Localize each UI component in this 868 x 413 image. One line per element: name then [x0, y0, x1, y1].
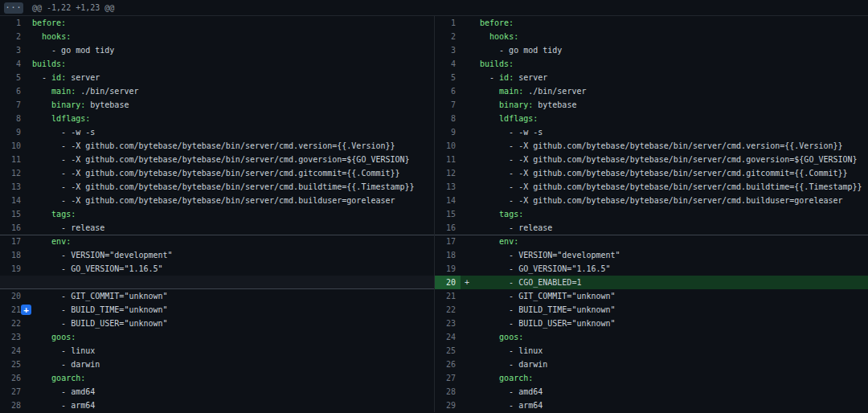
line-number-new[interactable]: 29 — [435, 399, 461, 412]
left-diff-row: 24 - linux — [0, 344, 434, 358]
line-number-old[interactable]: 1 — [0, 16, 26, 30]
code-line: goarch: — [473, 371, 868, 385]
diff-add-marker — [461, 289, 473, 303]
left-diff-row: 28 - arm64 — [0, 399, 434, 412]
line-number-old[interactable]: 10 — [0, 139, 26, 153]
line-number-new[interactable]: 21 — [435, 289, 461, 303]
line-number-new[interactable]: 5 — [435, 71, 461, 84]
right-diff-row: 26 - darwin — [435, 358, 868, 371]
hunk-range-text: @@ -1,22 +1,23 @@ — [32, 3, 114, 12]
line-number-new[interactable]: 1 — [435, 16, 461, 30]
code-line: - arm64 — [26, 399, 434, 412]
line-number-old[interactable]: 5 — [0, 71, 26, 84]
code-token: - release — [32, 223, 104, 232]
diff-add-marker — [461, 207, 473, 221]
line-number-old[interactable]: 25 — [0, 358, 26, 371]
code-token: - VERSION="development" — [32, 251, 173, 260]
line-number-old[interactable]: 19 — [0, 262, 26, 276]
line-number-old[interactable]: 20 — [0, 289, 26, 303]
code-line: - GO_VERSION="1.16.5" — [473, 262, 868, 276]
code-token: server — [514, 73, 547, 82]
line-number-old[interactable]: 11 — [0, 153, 26, 166]
line-number-new[interactable]: 13 — [435, 180, 461, 194]
code-token: binary: — [499, 100, 533, 109]
line-number-new[interactable]: 17 — [435, 235, 461, 248]
code-token: - BUILD_TIME="unknown" — [480, 305, 616, 314]
right-diff-row: 2 hooks: — [435, 30, 868, 43]
line-number-new[interactable]: 11 — [435, 153, 461, 166]
line-number-old[interactable]: 17 — [0, 235, 26, 248]
line-number-new[interactable]: 16 — [435, 221, 461, 235]
left-diff-row: 5 - id: server — [0, 71, 434, 84]
code-line: - VERSION="development" — [473, 248, 868, 262]
line-number-old[interactable]: 26 — [0, 371, 26, 385]
line-number-old[interactable] — [0, 276, 26, 289]
line-number-new[interactable]: 22 — [435, 303, 461, 317]
expand-diff-button[interactable]: ··· — [4, 2, 23, 14]
code-line: - id: server — [26, 71, 434, 84]
line-number-old[interactable]: 24 — [0, 344, 26, 358]
code-token: id: — [499, 73, 514, 82]
line-number-old[interactable]: 16 — [0, 221, 26, 235]
left-diff-row: 25 - darwin — [0, 358, 434, 371]
add-comment-button[interactable]: + — [21, 305, 31, 315]
code-token: before: — [480, 18, 514, 27]
diff-add-marker: + — [461, 276, 473, 289]
line-number-old[interactable]: 2 — [0, 30, 26, 43]
line-number-new[interactable]: 27 — [435, 371, 461, 385]
line-number-new[interactable]: 8 — [435, 112, 461, 125]
code-token: - go mod tidy — [480, 46, 562, 55]
line-number-new[interactable]: 7 — [435, 98, 461, 112]
code-line: env: — [26, 235, 434, 248]
code-token: - darwin — [32, 360, 100, 369]
line-number-new[interactable]: 28 — [435, 385, 461, 399]
line-number-old[interactable]: 13 — [0, 180, 26, 194]
line-number-old[interactable]: 12 — [0, 166, 26, 180]
line-number-new[interactable]: 18 — [435, 248, 461, 262]
line-number-old[interactable]: 23 — [0, 330, 26, 344]
line-number-new[interactable]: 14 — [435, 194, 461, 207]
left-diff-row: 22 - BUILD_USER="unknown" — [0, 317, 434, 330]
code-line: - -X github.com/bytebase/bytebase/bin/se… — [26, 153, 434, 166]
line-number-new[interactable]: 24 — [435, 330, 461, 344]
line-number-new[interactable]: 23 — [435, 317, 461, 330]
line-number-old[interactable]: 14 — [0, 194, 26, 207]
line-number-old[interactable]: 8 — [0, 112, 26, 125]
line-number-new[interactable]: 4 — [435, 57, 461, 71]
diff-add-marker — [461, 371, 473, 385]
line-number-new[interactable]: 2 — [435, 30, 461, 43]
line-number-old[interactable]: 18 — [0, 248, 26, 262]
line-number-new[interactable]: 10 — [435, 139, 461, 153]
code-token: - linux — [32, 346, 95, 355]
code-token: - — [32, 73, 51, 82]
line-number-old[interactable]: 22 — [0, 317, 26, 330]
line-number-new[interactable]: 26 — [435, 358, 461, 371]
left-pane: 1before:2 hooks:3 - go mod tidy4builds:5… — [0, 16, 434, 412]
line-number-old[interactable]: 3 — [0, 43, 26, 57]
line-number-new[interactable]: 3 — [435, 43, 461, 57]
line-number-new[interactable]: 20 — [435, 276, 461, 289]
line-number-old[interactable]: 27 — [0, 385, 26, 399]
line-number-new[interactable]: 12 — [435, 166, 461, 180]
left-diff-row: 14 - -X github.com/bytebase/bytebase/bin… — [0, 194, 434, 207]
line-number-new[interactable]: 9 — [435, 125, 461, 139]
line-number-old[interactable]: 7 — [0, 98, 26, 112]
code-token: hooks: — [42, 32, 71, 41]
code-line: - -X github.com/bytebase/bytebase/bin/se… — [26, 139, 434, 153]
code-line: goos: — [473, 330, 868, 344]
left-diff-row: 9 - -w -s — [0, 125, 434, 139]
code-line: - linux — [26, 344, 434, 358]
line-number-old[interactable]: 9 — [0, 125, 26, 139]
line-number-old[interactable]: 15 — [0, 207, 26, 221]
line-number-new[interactable]: 25 — [435, 344, 461, 358]
line-number-new[interactable]: 15 — [435, 207, 461, 221]
code-token — [32, 210, 51, 219]
line-number-new[interactable]: 6 — [435, 84, 461, 98]
line-number-old[interactable]: 4 — [0, 57, 26, 71]
right-diff-row: 17 env: — [435, 235, 868, 248]
line-number-old[interactable]: 6 — [0, 84, 26, 98]
line-number-old[interactable]: 28 — [0, 399, 26, 412]
line-number-new[interactable]: 19 — [435, 262, 461, 276]
code-line: ldflags: — [473, 112, 868, 125]
code-token: bytebase — [85, 100, 129, 109]
